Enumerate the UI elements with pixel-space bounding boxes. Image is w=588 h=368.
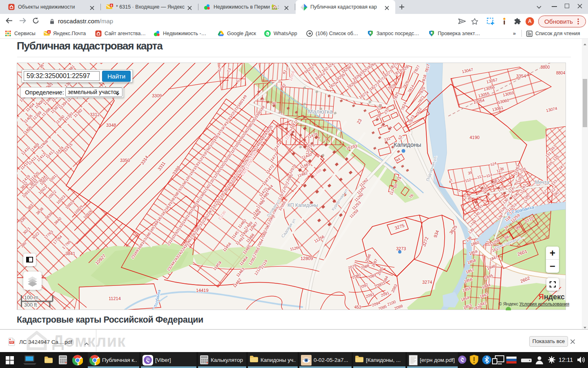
svg-text:PDF: PDF: [10, 341, 14, 343]
svg-text:3309: 3309: [152, 93, 162, 98]
svg-text:3348: 3348: [106, 123, 116, 128]
svg-text:3350: 3350: [120, 158, 130, 163]
svg-text:КП Капидоны: КП Капидоны: [287, 202, 318, 208]
svg-text:Мечта: Мечта: [535, 180, 549, 185]
svg-text:4190: 4190: [470, 135, 479, 140]
svg-text:8804: 8804: [556, 71, 566, 75]
svg-text:8800: 8800: [541, 65, 550, 70]
svg-text:12809: 12809: [301, 256, 313, 261]
svg-text:7: 7: [325, 137, 327, 142]
svg-text:3354: 3354: [516, 74, 526, 79]
svg-text:3274: 3274: [422, 280, 432, 285]
svg-text:5: 5: [458, 188, 460, 193]
svg-text:300 ft: 300 ft: [24, 302, 37, 308]
svg-text:3273: 3273: [396, 246, 406, 251]
svg-text:14419: 14419: [196, 288, 209, 293]
svg-text:Капидоны: Капидоны: [394, 141, 421, 148]
svg-text:100 m: 100 m: [24, 295, 38, 301]
svg-text:6: 6: [111, 4, 112, 7]
svg-text:36: 36: [500, 167, 504, 171]
svg-text:11214: 11214: [109, 296, 121, 301]
svg-text:4: 4: [318, 135, 320, 140]
svg-text:6: 6: [48, 31, 50, 34]
svg-text:3312: 3312: [90, 112, 100, 117]
svg-text:Малютка: Малютка: [308, 108, 333, 115]
svg-text:453: 453: [354, 305, 361, 310]
svg-text:3841: 3841: [65, 251, 75, 256]
